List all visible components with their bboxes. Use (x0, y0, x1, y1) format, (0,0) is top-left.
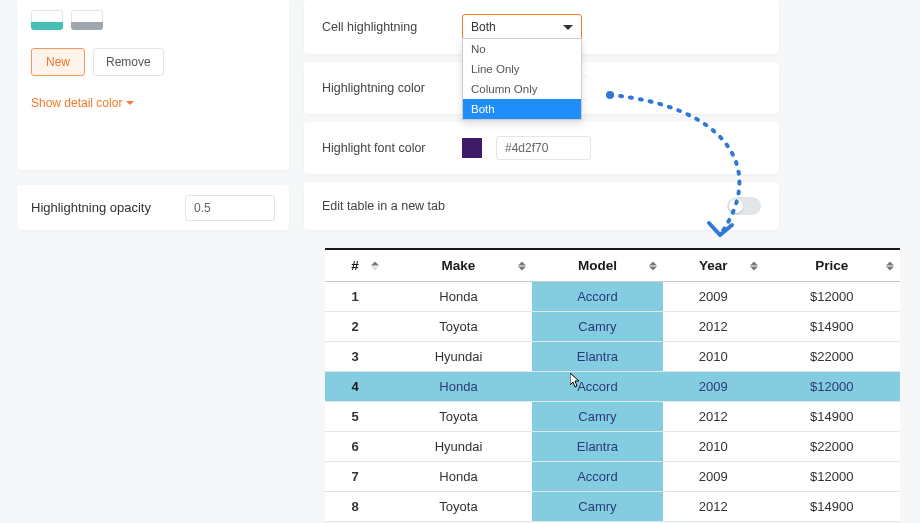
cell-model: Accord (532, 282, 663, 312)
cell-make: Toyota (385, 492, 532, 522)
config-stack: Cell highlightning Both No Line Only Col… (304, 0, 779, 230)
cell-year: 2012 (663, 492, 764, 522)
col-model[interactable]: Model (532, 249, 663, 282)
cell-model: Camry (532, 402, 663, 432)
col-year[interactable]: Year (663, 249, 764, 282)
cell-price: $14900 (764, 402, 900, 432)
dropdown-option-column-only[interactable]: Column Only (463, 79, 581, 99)
cell-model: Elantra (532, 342, 663, 372)
chevron-down-icon (563, 25, 573, 30)
sort-icon (518, 261, 526, 270)
col-price[interactable]: Price (764, 249, 900, 282)
cell-year: 2009 (663, 282, 764, 312)
edit-new-tab-label: Edit table in a new tab (322, 199, 445, 213)
table-row[interactable]: 2ToyotaCamry2012$14900 (325, 312, 900, 342)
chevron-down-icon (126, 101, 134, 105)
dropdown-option-line-only[interactable]: Line Only (463, 59, 581, 79)
col-index[interactable]: # (325, 249, 385, 282)
cell-make: Honda (385, 372, 532, 402)
cell-year: 2010 (663, 432, 764, 462)
table-row[interactable]: 3HyundaiElantra2010$22000 (325, 342, 900, 372)
cell-idx: 3 (325, 342, 385, 372)
cell-year: 2009 (663, 372, 764, 402)
dropdown-option-both[interactable]: Both (463, 99, 581, 119)
cell-highlight-value: Both (471, 20, 496, 34)
color-swatch-gray[interactable] (71, 10, 103, 30)
cell-price: $12000 (764, 282, 900, 312)
show-detail-label: Show detail color (31, 96, 122, 110)
new-button[interactable]: New (31, 48, 85, 76)
highlight-font-swatch[interactable] (462, 138, 482, 158)
cell-model: Elantra (532, 432, 663, 462)
cell-model: Camry (532, 492, 663, 522)
cell-idx: 6 (325, 432, 385, 462)
sort-icon (886, 261, 894, 270)
cell-highlight-select[interactable]: Both (462, 14, 582, 40)
edit-new-tab-toggle[interactable] (727, 197, 761, 215)
cell-highlight-dropdown: No Line Only Column Only Both (462, 38, 582, 120)
table-row[interactable]: 4HondaAccord2009$12000 (325, 372, 900, 402)
highlight-opacity-label: Highlightning opacity (31, 200, 151, 215)
edit-new-tab-row: Edit table in a new tab (304, 182, 779, 230)
highlight-font-color-label: Highlight font color (322, 141, 462, 155)
cell-model: Camry (532, 312, 663, 342)
cell-model: Accord (532, 372, 663, 402)
cell-year: 2012 (663, 402, 764, 432)
cell-idx: 2 (325, 312, 385, 342)
cell-idx: 1 (325, 282, 385, 312)
highlight-opacity-input[interactable] (185, 195, 275, 221)
sort-icon (371, 261, 379, 270)
cell-model: Accord (532, 462, 663, 492)
table-header-row: # Make Model Year Price (325, 249, 900, 282)
cell-price: $12000 (764, 372, 900, 402)
cell-year: 2012 (663, 312, 764, 342)
data-table: # Make Model Year Price (325, 248, 900, 522)
table-row[interactable]: 7HondaAccord2009$12000 (325, 462, 900, 492)
color-palette-panel: New Remove Show detail color (17, 0, 289, 170)
sort-icon (750, 261, 758, 270)
dropdown-option-no[interactable]: No (463, 39, 581, 59)
col-make[interactable]: Make (385, 249, 532, 282)
cell-price: $14900 (764, 312, 900, 342)
cell-make: Hyundai (385, 342, 532, 372)
cell-make: Honda (385, 282, 532, 312)
cell-price: $12000 (764, 462, 900, 492)
highlight-font-color-input[interactable] (496, 136, 591, 160)
table-row[interactable]: 5ToyotaCamry2012$14900 (325, 402, 900, 432)
table-row[interactable]: 8ToyotaCamry2012$14900 (325, 492, 900, 522)
highlight-opacity-panel: Highlightning opacity (17, 185, 289, 230)
cell-idx: 8 (325, 492, 385, 522)
cell-idx: 4 (325, 372, 385, 402)
cell-year: 2009 (663, 462, 764, 492)
table-row[interactable]: 1HondaAccord2009$12000 (325, 282, 900, 312)
cell-make: Hyundai (385, 432, 532, 462)
sort-icon (649, 261, 657, 270)
cell-make: Honda (385, 462, 532, 492)
color-swatches (31, 10, 275, 30)
cell-make: Toyota (385, 402, 532, 432)
cell-idx: 7 (325, 462, 385, 492)
cell-price: $22000 (764, 432, 900, 462)
show-detail-color-toggle[interactable]: Show detail color (31, 96, 275, 110)
highlight-color-label: Highlightning color (322, 81, 462, 95)
cell-price: $22000 (764, 342, 900, 372)
cursor-icon (570, 373, 582, 392)
table-row[interactable]: 6HyundaiElantra2010$22000 (325, 432, 900, 462)
cell-idx: 5 (325, 402, 385, 432)
cell-price: $14900 (764, 492, 900, 522)
cell-make: Toyota (385, 312, 532, 342)
table-preview: # Make Model Year Price (325, 248, 900, 522)
cell-highlight-label: Cell highlightning (322, 20, 462, 34)
cell-highlight-row: Cell highlightning Both No Line Only Col… (304, 0, 779, 54)
color-swatch-teal[interactable] (31, 10, 63, 30)
cell-year: 2010 (663, 342, 764, 372)
highlight-font-color-row: Highlight font color (304, 122, 779, 174)
remove-button[interactable]: Remove (93, 48, 164, 76)
